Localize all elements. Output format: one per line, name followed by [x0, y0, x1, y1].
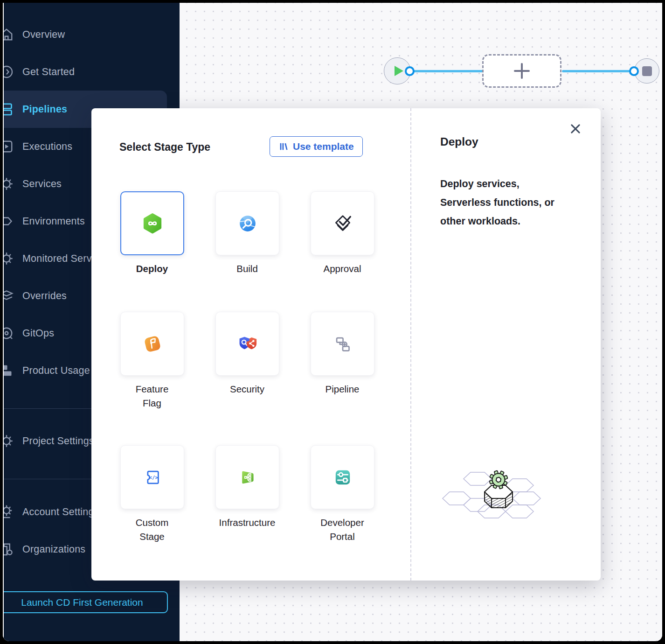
custom-stage-icon: </> [140, 465, 165, 490]
sidebar-item-overview[interactable]: Overview [4, 16, 167, 53]
pipelines-icon [4, 101, 15, 118]
play-icon [395, 66, 403, 76]
launch-cd-first-gen-button[interactable]: Launch CD First Generation [4, 591, 168, 613]
stage-label-security: Security [205, 382, 289, 396]
overrides-icon [4, 287, 15, 304]
stage-card-feature-flag[interactable] [120, 312, 184, 376]
pipeline-chained-icon [330, 331, 355, 357]
account-settings-gear-icon [4, 504, 15, 520]
select-stage-modal: Select Stage Type Use template Deploy [91, 108, 601, 581]
sidebar-item-get-started[interactable]: Get Started [4, 53, 167, 91]
infrastructure-icon [235, 465, 260, 490]
add-stage-node[interactable] [482, 54, 561, 88]
modal-divider [410, 108, 411, 581]
stage-label-deploy: Deploy [110, 262, 194, 276]
connector-dot[interactable] [405, 66, 415, 76]
plus-icon [514, 63, 530, 79]
pipeline-edge [562, 70, 631, 72]
stage-label-approval: Approval [300, 262, 384, 276]
approval-icon [330, 211, 355, 236]
get-started-icon [4, 63, 15, 80]
project-settings-gear-icon [4, 433, 15, 449]
close-icon[interactable] [567, 120, 584, 137]
stage-label-custom-stage: Custom Stage [110, 516, 194, 544]
sidebar-item-label: Account Settings [4, 506, 99, 518]
template-library-icon [278, 141, 289, 152]
security-icon [235, 331, 260, 357]
stage-label-pipeline: Pipeline [300, 382, 384, 396]
stage-detail-title: Deploy [440, 135, 478, 148]
svg-text:</>: </> [149, 475, 158, 481]
sidebar-item-label: Project Settings [4, 435, 94, 447]
feature-flag-icon [140, 331, 165, 357]
build-icon [235, 211, 260, 236]
sidebar-item-label: Organizations [4, 544, 85, 555]
window-edge-line [3, 3, 4, 641]
deploy-icon [140, 211, 165, 236]
product-usage-icon [4, 362, 15, 379]
stage-label-build: Build [205, 262, 289, 276]
gitops-icon [4, 325, 15, 342]
monitored-services-icon [4, 250, 15, 267]
environments-icon [4, 213, 15, 230]
stage-detail-description: Deploy services, Serverless functions, o… [440, 175, 562, 231]
stage-card-infrastructure[interactable] [215, 445, 279, 509]
services-gear-icon [4, 175, 15, 192]
app-window: Overview Get Started Pipelines Execution… [3, 3, 662, 641]
use-template-button[interactable]: Use template [270, 136, 363, 157]
stage-card-pipeline[interactable] [311, 312, 374, 376]
stage-card-custom-stage[interactable]: </> [120, 445, 184, 509]
modal-title: Select Stage Type [119, 141, 210, 154]
stage-label-feature-flag: Feature Flag [110, 382, 194, 410]
connector-dot[interactable] [629, 66, 639, 76]
stop-icon [642, 66, 652, 76]
pipeline-edge [409, 70, 484, 72]
stage-card-approval[interactable] [311, 191, 374, 255]
stage-label-developer-portal: Developer Portal [300, 516, 384, 544]
organization-icon [4, 541, 15, 558]
stage-card-deploy[interactable] [120, 191, 184, 255]
executions-icon [4, 138, 15, 155]
deploy-hexagon-illustration [440, 462, 557, 532]
sidebar-item-label: Product Usage [4, 365, 90, 377]
stage-card-build[interactable] [215, 191, 279, 255]
stage-label-infrastructure: Infrastructure [205, 516, 289, 530]
developer-portal-icon [330, 465, 355, 490]
stage-card-developer-portal[interactable] [311, 445, 374, 509]
stage-card-security[interactable] [215, 312, 279, 376]
sidebar-item-label: Environments [4, 216, 85, 227]
home-icon [4, 26, 15, 43]
